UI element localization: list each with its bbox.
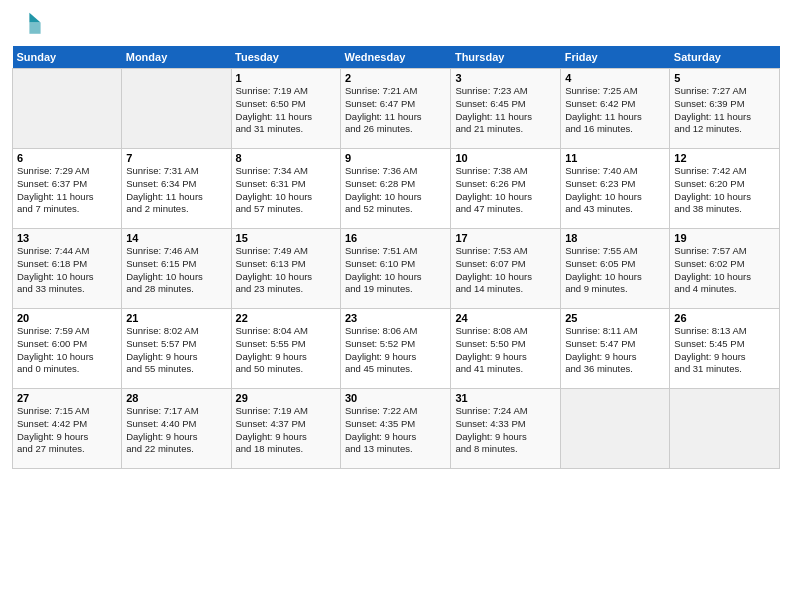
- day-number: 18: [565, 232, 665, 244]
- calendar-cell: [670, 389, 780, 469]
- day-number: 5: [674, 72, 775, 84]
- day-number: 7: [126, 152, 226, 164]
- calendar-week-1: 1Sunrise: 7:19 AM Sunset: 6:50 PM Daylig…: [13, 69, 780, 149]
- calendar-cell: [561, 389, 670, 469]
- calendar-cell: 27Sunrise: 7:15 AM Sunset: 4:42 PM Dayli…: [13, 389, 122, 469]
- day-number: 3: [455, 72, 556, 84]
- calendar-cell: 13Sunrise: 7:44 AM Sunset: 6:18 PM Dayli…: [13, 229, 122, 309]
- calendar-header-wednesday: Wednesday: [340, 46, 450, 69]
- day-number: 22: [236, 312, 336, 324]
- day-number: 15: [236, 232, 336, 244]
- calendar-cell: [122, 69, 231, 149]
- day-number: 17: [455, 232, 556, 244]
- calendar-cell: 30Sunrise: 7:22 AM Sunset: 4:35 PM Dayli…: [340, 389, 450, 469]
- day-number: 13: [17, 232, 117, 244]
- day-detail: Sunrise: 7:23 AM Sunset: 6:45 PM Dayligh…: [455, 85, 556, 136]
- day-number: 20: [17, 312, 117, 324]
- calendar-cell: 25Sunrise: 8:11 AM Sunset: 5:47 PM Dayli…: [561, 309, 670, 389]
- calendar-header-saturday: Saturday: [670, 46, 780, 69]
- calendar-cell: 17Sunrise: 7:53 AM Sunset: 6:07 PM Dayli…: [451, 229, 561, 309]
- calendar-cell: 7Sunrise: 7:31 AM Sunset: 6:34 PM Daylig…: [122, 149, 231, 229]
- calendar-cell: 22Sunrise: 8:04 AM Sunset: 5:55 PM Dayli…: [231, 309, 340, 389]
- calendar-cell: 21Sunrise: 8:02 AM Sunset: 5:57 PM Dayli…: [122, 309, 231, 389]
- calendar-cell: 11Sunrise: 7:40 AM Sunset: 6:23 PM Dayli…: [561, 149, 670, 229]
- day-detail: Sunrise: 7:49 AM Sunset: 6:13 PM Dayligh…: [236, 245, 336, 296]
- calendar-header-sunday: Sunday: [13, 46, 122, 69]
- day-number: 30: [345, 392, 446, 404]
- day-detail: Sunrise: 7:51 AM Sunset: 6:10 PM Dayligh…: [345, 245, 446, 296]
- calendar-header-tuesday: Tuesday: [231, 46, 340, 69]
- day-number: 4: [565, 72, 665, 84]
- day-detail: Sunrise: 8:11 AM Sunset: 5:47 PM Dayligh…: [565, 325, 665, 376]
- calendar-cell: [13, 69, 122, 149]
- day-number: 29: [236, 392, 336, 404]
- calendar-cell: 4Sunrise: 7:25 AM Sunset: 6:42 PM Daylig…: [561, 69, 670, 149]
- calendar-header-friday: Friday: [561, 46, 670, 69]
- logo-icon: [14, 10, 42, 38]
- day-number: 2: [345, 72, 446, 84]
- calendar-cell: 1Sunrise: 7:19 AM Sunset: 6:50 PM Daylig…: [231, 69, 340, 149]
- day-detail: Sunrise: 7:55 AM Sunset: 6:05 PM Dayligh…: [565, 245, 665, 296]
- header: [12, 10, 780, 42]
- calendar-table: SundayMondayTuesdayWednesdayThursdayFrid…: [12, 46, 780, 469]
- calendar-cell: 23Sunrise: 8:06 AM Sunset: 5:52 PM Dayli…: [340, 309, 450, 389]
- calendar-week-2: 6Sunrise: 7:29 AM Sunset: 6:37 PM Daylig…: [13, 149, 780, 229]
- day-detail: Sunrise: 8:04 AM Sunset: 5:55 PM Dayligh…: [236, 325, 336, 376]
- calendar-cell: 19Sunrise: 7:57 AM Sunset: 6:02 PM Dayli…: [670, 229, 780, 309]
- calendar-cell: 18Sunrise: 7:55 AM Sunset: 6:05 PM Dayli…: [561, 229, 670, 309]
- day-detail: Sunrise: 7:36 AM Sunset: 6:28 PM Dayligh…: [345, 165, 446, 216]
- day-number: 8: [236, 152, 336, 164]
- calendar-header-thursday: Thursday: [451, 46, 561, 69]
- logo: [12, 10, 42, 42]
- day-number: 27: [17, 392, 117, 404]
- calendar-week-3: 13Sunrise: 7:44 AM Sunset: 6:18 PM Dayli…: [13, 229, 780, 309]
- calendar-cell: 31Sunrise: 7:24 AM Sunset: 4:33 PM Dayli…: [451, 389, 561, 469]
- day-number: 21: [126, 312, 226, 324]
- day-number: 31: [455, 392, 556, 404]
- day-number: 26: [674, 312, 775, 324]
- calendar-cell: 15Sunrise: 7:49 AM Sunset: 6:13 PM Dayli…: [231, 229, 340, 309]
- day-number: 12: [674, 152, 775, 164]
- day-number: 10: [455, 152, 556, 164]
- calendar-cell: 9Sunrise: 7:36 AM Sunset: 6:28 PM Daylig…: [340, 149, 450, 229]
- day-detail: Sunrise: 7:24 AM Sunset: 4:33 PM Dayligh…: [455, 405, 556, 456]
- day-detail: Sunrise: 7:19 AM Sunset: 6:50 PM Dayligh…: [236, 85, 336, 136]
- calendar-cell: 5Sunrise: 7:27 AM Sunset: 6:39 PM Daylig…: [670, 69, 780, 149]
- day-number: 14: [126, 232, 226, 244]
- calendar-header-row: SundayMondayTuesdayWednesdayThursdayFrid…: [13, 46, 780, 69]
- calendar-cell: 12Sunrise: 7:42 AM Sunset: 6:20 PM Dayli…: [670, 149, 780, 229]
- calendar-cell: 26Sunrise: 8:13 AM Sunset: 5:45 PM Dayli…: [670, 309, 780, 389]
- svg-marker-1: [29, 23, 40, 34]
- day-detail: Sunrise: 7:31 AM Sunset: 6:34 PM Dayligh…: [126, 165, 226, 216]
- day-detail: Sunrise: 7:17 AM Sunset: 4:40 PM Dayligh…: [126, 405, 226, 456]
- day-detail: Sunrise: 7:40 AM Sunset: 6:23 PM Dayligh…: [565, 165, 665, 216]
- day-number: 11: [565, 152, 665, 164]
- day-detail: Sunrise: 8:08 AM Sunset: 5:50 PM Dayligh…: [455, 325, 556, 376]
- day-detail: Sunrise: 7:57 AM Sunset: 6:02 PM Dayligh…: [674, 245, 775, 296]
- calendar-header-monday: Monday: [122, 46, 231, 69]
- day-detail: Sunrise: 7:15 AM Sunset: 4:42 PM Dayligh…: [17, 405, 117, 456]
- day-number: 25: [565, 312, 665, 324]
- day-detail: Sunrise: 8:02 AM Sunset: 5:57 PM Dayligh…: [126, 325, 226, 376]
- day-number: 1: [236, 72, 336, 84]
- calendar-cell: 8Sunrise: 7:34 AM Sunset: 6:31 PM Daylig…: [231, 149, 340, 229]
- day-detail: Sunrise: 7:29 AM Sunset: 6:37 PM Dayligh…: [17, 165, 117, 216]
- calendar-cell: 10Sunrise: 7:38 AM Sunset: 6:26 PM Dayli…: [451, 149, 561, 229]
- day-number: 16: [345, 232, 446, 244]
- page-container: SundayMondayTuesdayWednesdayThursdayFrid…: [0, 0, 792, 477]
- day-detail: Sunrise: 8:13 AM Sunset: 5:45 PM Dayligh…: [674, 325, 775, 376]
- day-detail: Sunrise: 7:46 AM Sunset: 6:15 PM Dayligh…: [126, 245, 226, 296]
- calendar-cell: 28Sunrise: 7:17 AM Sunset: 4:40 PM Dayli…: [122, 389, 231, 469]
- calendar-cell: 20Sunrise: 7:59 AM Sunset: 6:00 PM Dayli…: [13, 309, 122, 389]
- day-detail: Sunrise: 7:27 AM Sunset: 6:39 PM Dayligh…: [674, 85, 775, 136]
- day-number: 24: [455, 312, 556, 324]
- day-detail: Sunrise: 7:42 AM Sunset: 6:20 PM Dayligh…: [674, 165, 775, 216]
- day-detail: Sunrise: 7:53 AM Sunset: 6:07 PM Dayligh…: [455, 245, 556, 296]
- calendar-cell: 24Sunrise: 8:08 AM Sunset: 5:50 PM Dayli…: [451, 309, 561, 389]
- day-number: 6: [17, 152, 117, 164]
- day-detail: Sunrise: 7:59 AM Sunset: 6:00 PM Dayligh…: [17, 325, 117, 376]
- day-number: 23: [345, 312, 446, 324]
- day-detail: Sunrise: 7:22 AM Sunset: 4:35 PM Dayligh…: [345, 405, 446, 456]
- calendar-cell: 16Sunrise: 7:51 AM Sunset: 6:10 PM Dayli…: [340, 229, 450, 309]
- day-detail: Sunrise: 7:25 AM Sunset: 6:42 PM Dayligh…: [565, 85, 665, 136]
